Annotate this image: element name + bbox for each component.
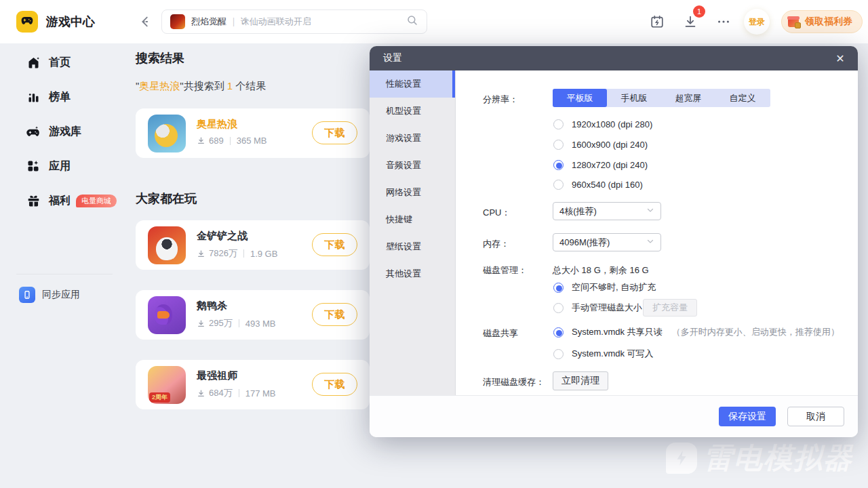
menu-item-wallpaper[interactable]: 壁纸设置	[370, 233, 455, 260]
radio-icon[interactable]	[553, 349, 564, 359]
login-button[interactable]: 登录	[744, 9, 770, 35]
game-title: 奥星热浪	[197, 118, 237, 131]
sidebar-item-game-library[interactable]: 游戏库	[0, 118, 125, 145]
menu-item-shortcuts[interactable]: 快捷键	[370, 206, 455, 233]
radio-icon[interactable]	[553, 180, 564, 190]
gift-icon	[26, 193, 41, 208]
resolution-option-1600[interactable]: 1600x900 (dpi 240)	[553, 139, 648, 150]
calendar-icon[interactable]	[649, 14, 665, 30]
cancel-button[interactable]: 取消	[787, 407, 844, 426]
anniversary-badge: 2周年	[149, 392, 170, 403]
search-keyword: 奥星热浪	[139, 80, 180, 92]
search-results-summary: "奥星热浪"共搜索到 1 个结果	[136, 80, 266, 93]
game-stats: 689365 MB	[197, 136, 267, 146]
sidebar-item-benefits[interactable]: 福利 电量商城	[0, 187, 125, 214]
tab-custom[interactable]: 自定义	[715, 89, 770, 107]
gamepad-icon	[26, 124, 41, 139]
clean-now-button[interactable]: 立即清理	[553, 371, 608, 390]
search-icon[interactable]	[406, 14, 418, 29]
search-input[interactable]: 烈焰觉醒｜诛仙动画联动开启	[161, 9, 427, 34]
game-card-aoxingrelang[interactable]: 奥星热浪 689365 MB 下载	[136, 108, 370, 158]
resolution-label: 分辨率：	[483, 94, 518, 106]
game-card-eyasha[interactable]: 鹅鸭杀 295万493 MB 下载	[136, 290, 370, 340]
radio-icon-selected[interactable]	[553, 327, 564, 338]
sidebar-divider	[16, 274, 113, 274]
ranking-icon	[26, 89, 41, 104]
resolution-option-960[interactable]: 960x540 (dpi 160)	[553, 179, 643, 190]
game-card-zuiqiangzushi[interactable]: 2周年 最强祖师 684万177 MB 下载	[136, 360, 370, 409]
game-title: 金铲铲之战	[197, 230, 248, 243]
chevron-down-icon	[646, 237, 654, 247]
cpu-select[interactable]: 4核(推荐)	[553, 202, 661, 220]
radio-icon-selected[interactable]	[553, 283, 564, 293]
search-game-icon	[170, 14, 185, 29]
download-button[interactable]: 下载	[312, 233, 357, 256]
game-stats: 684万177 MB	[197, 387, 276, 399]
watermark-text: 雷电模拟器	[704, 439, 853, 477]
radio-icon[interactable]	[553, 303, 564, 313]
menu-item-game-settings[interactable]: 游戏设置	[370, 125, 455, 152]
close-icon[interactable]: ✕	[831, 49, 850, 68]
download-button[interactable]: 下载	[312, 303, 357, 326]
disk-share-label: 磁盘共享	[483, 327, 518, 340]
dialog-header[interactable]: 设置 ✕	[370, 46, 858, 70]
menu-item-other[interactable]: 其他设置	[370, 260, 455, 287]
dialog-footer: 保存设置 取消	[370, 395, 858, 437]
share-option-writable[interactable]: System.vmdk 可写入	[553, 348, 654, 359]
claim-coupon-button[interactable]: 领取福利券	[781, 10, 863, 33]
tab-ultrawide[interactable]: 超宽屏	[661, 89, 715, 107]
game-stats: 295万493 MB	[197, 317, 276, 329]
dialog-title: 设置	[383, 52, 402, 64]
gift-coupon-icon	[787, 15, 801, 28]
menu-item-audio[interactable]: 音频设置	[370, 152, 455, 179]
save-settings-button[interactable]: 保存设置	[719, 407, 776, 426]
popular-heading: 大家都在玩	[136, 190, 197, 207]
clean-cache-label: 清理磁盘缓存：	[483, 376, 545, 388]
more-icon[interactable]	[715, 14, 732, 30]
share-option-note: （多开时内存更小、启动更快，推荐使用）	[672, 326, 840, 338]
search-text: 烈焰觉醒｜诛仙动画联动开启	[191, 16, 311, 28]
sidebar-item-rankings[interactable]: 榜单	[0, 83, 125, 110]
search-results-heading: 搜索结果	[136, 50, 184, 66]
app-window: 游戏中心 烈焰觉醒｜诛仙动画联动开启 1 登录 领取福利券	[0, 0, 868, 488]
download-button[interactable]: 下载	[312, 373, 357, 396]
game-stats: 7826万1.9 GB	[197, 247, 277, 260]
game-icon-zuiqiangzushi: 2周年	[148, 366, 186, 404]
resolution-option-1280[interactable]: 868x488 (dpi 240)	[553, 159, 648, 170]
app-title: 游戏中心	[46, 0, 95, 43]
tab-tablet[interactable]: 平板版	[553, 89, 607, 107]
sidebar-item-home[interactable]: 首页	[0, 49, 125, 76]
download-button[interactable]: 下载	[312, 121, 357, 144]
disk-option-auto-expand[interactable]: 空间不够时, 自动扩充	[553, 282, 656, 293]
resolution-option-1920[interactable]: 1920x1080 (dpi 280)	[553, 119, 652, 129]
disk-option-manual[interactable]: 手动管理磁盘大小	[553, 302, 642, 313]
expand-capacity-button[interactable]: 扩充容量	[643, 299, 697, 317]
gamepad-logo-icon	[20, 14, 34, 30]
memory-select[interactable]: 4096M(推荐)	[553, 233, 661, 251]
radio-icon-selected[interactable]	[553, 160, 564, 170]
back-icon[interactable]	[136, 12, 155, 31]
radio-icon[interactable]	[553, 119, 564, 129]
game-title: 鹅鸭杀	[197, 300, 227, 312]
settings-dialog: 设置 ✕ 性能设置 机型设置 游戏设置 音频设置 网络设置 快捷键 壁纸设置 其…	[370, 46, 858, 437]
game-card-jinchanchan[interactable]: 金铲铲之战 7826万1.9 GB 下载	[136, 220, 370, 270]
ldplayer-logo-icon	[666, 443, 697, 474]
sidebar-item-sync-apps[interactable]: 同步应用	[19, 285, 80, 304]
menu-item-network[interactable]: 网络设置	[370, 179, 455, 206]
coupon-label: 领取福利券	[805, 16, 852, 28]
menu-item-performance[interactable]: 性能设置	[370, 70, 455, 98]
sidebar-item-apps[interactable]: 应用	[0, 152, 125, 180]
memory-label: 内存：	[483, 238, 509, 250]
game-icon-aoxingrelang	[148, 115, 186, 152]
disk-management-label: 磁盘管理：	[483, 264, 527, 277]
menu-item-device-model[interactable]: 机型设置	[370, 98, 455, 125]
cpu-label: CPU：	[483, 207, 510, 219]
settings-menu: 性能设置 机型设置 游戏设置 音频设置 网络设置 快捷键 壁纸设置 其他设置	[370, 70, 456, 395]
apps-grid-icon	[26, 159, 41, 174]
game-icon-eyasha	[148, 296, 186, 334]
tab-phone[interactable]: 手机版	[607, 89, 661, 107]
app-logo	[16, 11, 38, 33]
download-count-badge: 1	[693, 5, 705, 18]
radio-icon[interactable]	[553, 140, 564, 150]
share-option-readonly[interactable]: System.vmdk 共享只读 （多开时内存更小、启动更快，推荐使用）	[553, 327, 840, 338]
